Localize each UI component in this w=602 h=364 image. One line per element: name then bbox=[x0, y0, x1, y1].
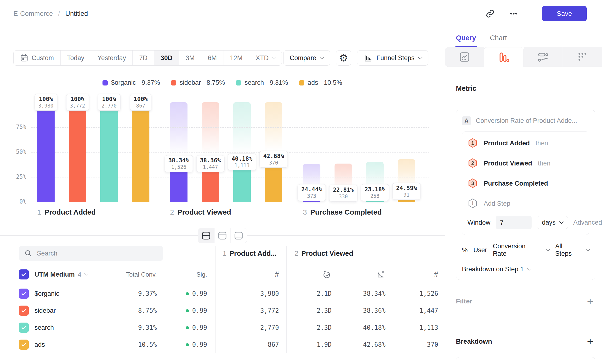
row-checkbox[interactable] bbox=[19, 306, 29, 316]
chart-footer-divider bbox=[0, 236, 445, 236]
more-menu-button[interactable] bbox=[507, 7, 520, 20]
y-axis-tick: 50% bbox=[16, 149, 26, 155]
layout-bottom-view-button[interactable] bbox=[230, 228, 247, 243]
row-checkbox[interactable] bbox=[19, 340, 29, 350]
bar-pct-label: 40.18% bbox=[232, 155, 252, 162]
legend-label: $organic · 9.37% bbox=[111, 79, 160, 86]
legend-label: sidebar · 8.75% bbox=[180, 79, 225, 86]
date-range-12m[interactable]: 12M bbox=[223, 51, 249, 65]
date-range-3m[interactable]: 3M bbox=[179, 51, 201, 65]
compare-label: Compare bbox=[290, 54, 316, 62]
date-range-6m[interactable]: 6M bbox=[201, 51, 223, 65]
step-connector: then bbox=[538, 160, 550, 167]
step-event-name: Product Added bbox=[484, 139, 530, 147]
row-checkbox[interactable] bbox=[19, 322, 29, 333]
chart-type-tabs bbox=[445, 47, 602, 67]
time-to-convert-icon bbox=[322, 270, 332, 279]
date-range-30d[interactable]: 30D bbox=[154, 51, 179, 65]
save-button[interactable]: Save bbox=[542, 6, 587, 21]
legend-item-sidebar[interactable]: sidebar · 8.75% bbox=[171, 79, 225, 86]
step-number-badge: 1 bbox=[467, 138, 478, 149]
compare-button[interactable]: Compare bbox=[283, 50, 330, 66]
date-range-yesterday[interactable]: Yesterday bbox=[91, 51, 132, 65]
funnel-bar[interactable] bbox=[132, 102, 150, 202]
row-name: sidebar bbox=[34, 307, 87, 314]
table-step2-header: 2Product Viewed bbox=[295, 249, 353, 257]
share-link-button[interactable] bbox=[484, 7, 496, 20]
legend-item-search[interactable]: search · 9.31% bbox=[236, 79, 288, 86]
chart-type-flow-tab[interactable] bbox=[524, 47, 563, 67]
metric-header-row[interactable]: A Conversion Rate of Product Adde... bbox=[462, 116, 589, 125]
advanced-toggle[interactable]: Advanced bbox=[573, 219, 602, 226]
sig-cell: 0.99 bbox=[186, 341, 207, 348]
sig-value: 0.99 bbox=[192, 290, 207, 297]
window-unit-select[interactable]: days bbox=[537, 216, 568, 229]
breakdown-property-card[interactable]: Aa UTM Medium bbox=[456, 357, 595, 364]
funnel-bar[interactable] bbox=[37, 102, 54, 202]
bar-count-label: 2,770 bbox=[102, 103, 117, 109]
filter-section: Filter + bbox=[456, 296, 595, 307]
bar-pct-label: 100% bbox=[102, 96, 117, 103]
layout-top-view-button[interactable] bbox=[214, 228, 230, 243]
funnel-bar[interactable] bbox=[100, 102, 118, 202]
funnel-step-1[interactable]: 1 Product Added then bbox=[467, 133, 584, 153]
search-input[interactable] bbox=[36, 249, 158, 257]
bar-value-label: 38.34%1,526 bbox=[164, 155, 193, 172]
row-name: search bbox=[34, 324, 87, 332]
legend-swatch bbox=[171, 80, 176, 86]
steps-scope-select[interactable]: All Steps bbox=[555, 243, 580, 257]
add-breakdown-button[interactable]: + bbox=[587, 336, 593, 347]
top-actions: Save bbox=[484, 6, 587, 21]
funnel-step-2[interactable]: 2 Product Viewed then bbox=[467, 153, 584, 173]
legend-item-ads[interactable]: ads · 10.5% bbox=[299, 79, 342, 86]
date-range-7d[interactable]: 7D bbox=[132, 51, 154, 65]
date-range-custom[interactable]: Custom bbox=[14, 51, 60, 65]
sig-header[interactable]: Sig. bbox=[196, 271, 207, 278]
chart-view-selector[interactable]: Funnel Steps bbox=[357, 50, 428, 66]
table-search[interactable] bbox=[19, 246, 163, 261]
add-filter-button[interactable]: + bbox=[587, 296, 593, 307]
metric-title: Conversion Rate of Product Adde... bbox=[476, 117, 577, 125]
chart-type-insights-tab[interactable] bbox=[445, 47, 484, 67]
chevron-down-icon[interactable] bbox=[585, 247, 590, 251]
breakdown-column-header[interactable]: UTM Medium 4 bbox=[34, 271, 87, 278]
add-step-button[interactable]: + Add Step bbox=[467, 193, 584, 214]
step-number: 2 bbox=[170, 208, 174, 216]
conv-rate-metric-header[interactable] bbox=[376, 270, 386, 279]
chart-type-retention-tab[interactable] bbox=[563, 47, 602, 67]
counting-entity[interactable]: User bbox=[473, 246, 487, 254]
date-range-label: 30D bbox=[161, 54, 173, 62]
chart-settings-button[interactable]: ⚙ bbox=[336, 50, 351, 66]
metric-letter-badge: A bbox=[462, 116, 471, 125]
row-checkbox[interactable] bbox=[19, 289, 29, 299]
breakdown-on-step-select[interactable]: Breakdown on Step 1 bbox=[462, 266, 589, 273]
bar-pct-label: 42.68% bbox=[263, 152, 284, 160]
total-conv-header[interactable]: Total Conv. bbox=[126, 271, 157, 278]
header-divider bbox=[531, 7, 531, 20]
date-range-today[interactable]: Today bbox=[60, 51, 91, 65]
avg-time-metric-header[interactable] bbox=[322, 270, 332, 279]
report-main: CustomTodayYesterday7D30D3M6M12MXTD Comp… bbox=[0, 27, 445, 364]
funnel-bar[interactable] bbox=[69, 102, 86, 202]
bar-value-label: 38.36%1,447 bbox=[196, 155, 225, 172]
bar-count-label: 867 bbox=[134, 103, 148, 109]
funnel-step-3[interactable]: 3 Purchase Completed bbox=[467, 173, 584, 193]
layout-split-view-button[interactable] bbox=[198, 228, 214, 243]
measure-select[interactable]: Conversion Rate bbox=[493, 243, 540, 257]
select-all-checkbox[interactable] bbox=[19, 269, 29, 279]
breadcrumb-current[interactable]: Untitled bbox=[65, 10, 88, 18]
breakdown-table: 1Product Add... 2Product Viewed UTM Medi… bbox=[0, 246, 445, 353]
tab-chart[interactable]: Chart bbox=[490, 34, 507, 47]
s2-time-cell: 2.1D bbox=[317, 290, 332, 297]
window-value-input[interactable] bbox=[496, 216, 532, 229]
breadcrumb-parent[interactable]: E-Commerce bbox=[13, 10, 53, 18]
count-metric-header[interactable]: # bbox=[275, 270, 279, 279]
breadcrumb-separator: / bbox=[58, 10, 60, 17]
date-range-xtd[interactable]: XTD bbox=[249, 51, 282, 65]
chevron-down-icon[interactable] bbox=[546, 247, 550, 251]
chart-type-funnel-tab[interactable] bbox=[484, 47, 524, 67]
legend-item-organic[interactable]: $organic · 9.37% bbox=[102, 79, 160, 86]
count-metric-header[interactable]: # bbox=[434, 270, 438, 279]
tab-query[interactable]: Query bbox=[456, 34, 476, 47]
ellipsis-icon bbox=[509, 9, 518, 18]
